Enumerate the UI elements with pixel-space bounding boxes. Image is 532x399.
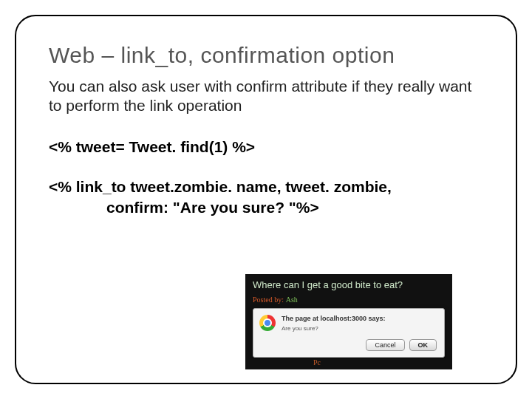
browser-mockup: Where can I get a good bite to eat? Post… xyxy=(245,274,452,369)
slide-card: Web – link_to, confirmation option You c… xyxy=(15,15,517,384)
code-block-1: <% tweet= Tweet. find(1) %> xyxy=(49,137,483,157)
dialog-title: The page at localhost:3000 says: xyxy=(282,315,437,322)
posted-by-name: Ash xyxy=(286,296,298,304)
code-block-2: <% link_to tweet.zombie. name, tweet. zo… xyxy=(49,177,483,219)
cancel-button[interactable]: Cancel xyxy=(366,339,404,351)
dialog-body: The page at localhost:3000 says: Are you… xyxy=(282,315,437,351)
dialog-backdrop: The page at localhost:3000 says: Are you… xyxy=(245,308,452,359)
mockup-byline: Posted by: Ash xyxy=(245,294,452,308)
code-line-2b: confirm: "Are you sure? "%> xyxy=(106,197,483,218)
code-line-2a: <% link_to tweet.zombie. name, tweet. zo… xyxy=(49,177,483,197)
chrome-icon xyxy=(259,315,276,331)
ok-button[interactable]: OK xyxy=(409,339,437,351)
dialog-buttons: Cancel OK xyxy=(282,339,437,351)
mockup-question: Where can I get a good bite to eat? xyxy=(245,274,452,294)
slide-title: Web – link_to, confirmation option xyxy=(49,43,483,68)
slide-description: You can also ask user with confirm attri… xyxy=(49,77,483,116)
posted-by-label: Posted by: xyxy=(253,296,284,304)
confirm-dialog: The page at localhost:3000 says: Are you… xyxy=(253,308,445,358)
dialog-message: Are you sure? xyxy=(282,325,437,332)
footer-marker: Pc xyxy=(313,358,321,366)
mockup-footer: Pc xyxy=(245,359,452,369)
